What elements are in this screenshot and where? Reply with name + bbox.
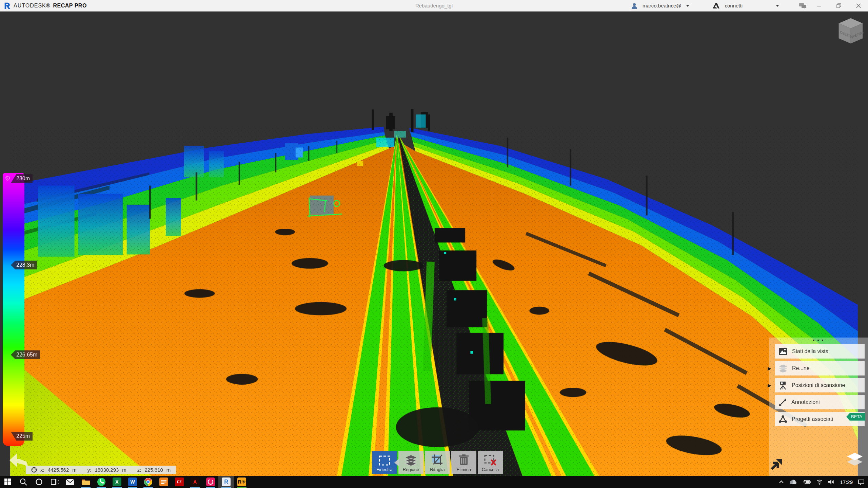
autodesk-a-icon (712, 3, 720, 9)
cortana-button[interactable] (31, 476, 47, 488)
brand-product: RECAP PRO (53, 3, 87, 9)
minimize-button[interactable] (812, 0, 827, 11)
title-bar: AUTODESK® RECAP PRO Rebaudengo_tgl marco… (0, 0, 868, 12)
scale-handle-lower[interactable]: 226.65m (11, 350, 40, 359)
x-value: 4425.562 (48, 467, 69, 473)
ritaglia-button[interactable]: Ritaglia (425, 451, 450, 474)
whatsapp-icon[interactable] (94, 476, 109, 488)
close-button[interactable] (851, 0, 866, 11)
account-user[interactable]: marco.beatrice@ (643, 3, 681, 8)
view-cube[interactable]: DESTRA RETRO (835, 16, 867, 47)
battery-icon[interactable] (802, 480, 811, 485)
x-label: x: (40, 467, 44, 473)
elimina-button[interactable]: Elimina (451, 451, 476, 474)
scale-settings-gear-icon[interactable]: ⚙ (5, 174, 11, 182)
view-states-icon (778, 347, 788, 355)
y-label: y: (87, 467, 92, 473)
connect-label[interactable]: connetti (725, 3, 743, 8)
point-cloud-render (0, 11, 868, 476)
beta-badge: BETA (846, 413, 865, 421)
expand-arrow-icon[interactable]: ▶ (768, 366, 771, 371)
selection-toolbar: Finestra Regione Ritaglia Elimina Canc (372, 451, 503, 474)
task-view-button[interactable] (47, 476, 62, 488)
user-avatar-icon (631, 2, 638, 9)
clear-selection-icon (484, 455, 496, 466)
trash-icon (459, 454, 469, 466)
feedback-chat-icon[interactable] (799, 2, 807, 9)
panel-item-view-states[interactable]: Stati della vista (775, 344, 865, 359)
panel-item-regions[interactable]: ▶ Re...ne (775, 361, 865, 375)
word-icon[interactable]: W (125, 476, 140, 488)
system-tray: 17:29 (779, 476, 865, 488)
right-panel: Stati della vista ▶ Re...ne ▶ Posizioni … (775, 344, 865, 429)
connect-dropdown-caret[interactable] (776, 5, 779, 7)
account-dropdown-caret[interactable] (686, 5, 689, 7)
scale-handle-upper[interactable]: 228.3m (11, 261, 37, 269)
scale-label-top: 230m (11, 174, 33, 183)
rockstar-icon[interactable]: R✳ (234, 476, 250, 488)
excel-icon[interactable]: X (109, 476, 125, 488)
z-label: z: (137, 467, 141, 473)
crop-icon (431, 454, 443, 466)
viewport-3d[interactable] (0, 11, 868, 476)
recap-pro-taskbar-icon[interactable]: R (218, 476, 234, 488)
regions-layers-icon (778, 364, 788, 372)
expand-panel-arrow-button[interactable] (770, 458, 783, 471)
mail-app-icon[interactable] (62, 476, 78, 488)
notes-app-icon[interactable] (156, 476, 172, 488)
coordinates-readout: x: 4425.562 m y: 18030.293 m z: 225.610 … (26, 466, 176, 474)
z-value: 225.610 (145, 467, 163, 473)
volume-icon[interactable] (828, 479, 835, 485)
y-value: 18030.293 (95, 467, 119, 473)
taskbar-search-button[interactable] (16, 476, 31, 488)
cancella-button[interactable]: Cancella (478, 451, 503, 474)
regione-button[interactable]: Regione (398, 451, 423, 474)
panel-item-annotations[interactable]: Annotazioni (775, 395, 865, 409)
chrome-icon[interactable] (140, 476, 156, 488)
restore-button[interactable] (831, 0, 846, 11)
panel-drag-handle[interactable] (813, 340, 823, 341)
flyout-notch-icon (394, 459, 399, 466)
expand-arrow-icon[interactable]: ▶ (768, 383, 771, 388)
onedrive-icon[interactable] (789, 479, 797, 485)
compass-coords-icon (31, 467, 37, 473)
linked-projects-icon (778, 415, 787, 424)
x-unit: m (72, 467, 77, 473)
taskbar-clock[interactable]: 17:29 (840, 479, 853, 485)
y-unit: m (122, 467, 126, 473)
recap-photo-icon[interactable] (203, 476, 218, 488)
panel-item-linked-projects[interactable]: Progetti associati BETA (775, 412, 865, 426)
elevation-scale-bar[interactable]: ⚙ 230m 228.3m 226.65m 225m (3, 173, 24, 446)
hidden-icons-chevron[interactable] (779, 480, 784, 484)
wifi-icon[interactable] (816, 480, 823, 485)
finestra-button[interactable]: Finestra (372, 451, 397, 474)
windows-taskbar: X W FZ A R R✳ 17:29 (0, 476, 868, 488)
layers-widget-button[interactable] (846, 451, 864, 468)
selection-window-icon (379, 455, 390, 466)
scale-label-bottom: 225m (11, 432, 33, 441)
file-explorer-icon[interactable] (78, 476, 94, 488)
action-center-icon[interactable] (858, 479, 865, 485)
app-brand: AUTODESK® RECAP PRO (3, 0, 87, 11)
panel-item-scan-locations[interactable]: ▶ Posizioni di scansione (775, 378, 865, 392)
filezilla-icon[interactable]: FZ (172, 476, 187, 488)
scan-tripod-icon (778, 381, 787, 390)
recap-logo-icon (3, 2, 11, 9)
brand-autodesk: AUTODESK® (14, 3, 51, 9)
layers-icon (405, 455, 417, 466)
acrobat-icon[interactable]: A (187, 476, 203, 488)
start-button[interactable] (0, 476, 16, 488)
annotation-measure-icon (778, 398, 787, 407)
z-unit: m (166, 467, 171, 473)
